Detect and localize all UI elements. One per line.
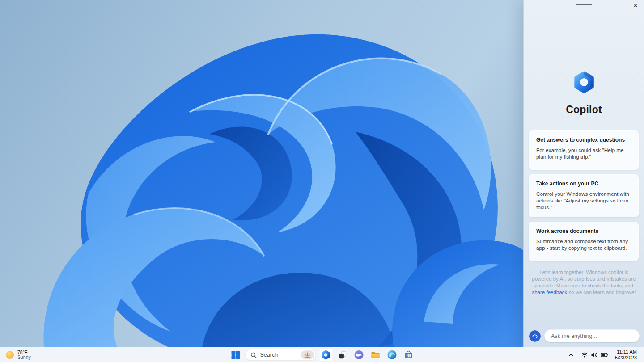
edge-browser-button[interactable]	[386, 348, 399, 362]
sun-icon	[5, 350, 14, 359]
panel-drag-handle[interactable]	[576, 4, 592, 5]
wifi-icon	[581, 352, 588, 358]
microsoft-store-button[interactable]	[402, 348, 415, 362]
card-title: Work across documents	[536, 228, 631, 234]
tray-overflow-button[interactable]	[566, 349, 576, 361]
volume-icon	[591, 352, 598, 358]
network-volume-battery-group[interactable]	[578, 349, 611, 361]
clock[interactable]: 11:11 AM 5/23/2023	[613, 349, 639, 361]
ask-input-row	[529, 329, 640, 342]
taskbar: 78°F Sunny Search	[0, 347, 644, 362]
clock-date: 5/23/2023	[615, 355, 637, 361]
search-box[interactable]: Search	[246, 349, 316, 361]
battery-icon	[601, 352, 609, 358]
weather-condition: Sunny	[17, 355, 31, 360]
card-body: Control your Windows environment with ac…	[536, 191, 631, 211]
copilot-avatar-icon[interactable]	[529, 330, 541, 342]
taskbar-copilot-button[interactable]	[319, 348, 333, 362]
windows-logo-icon	[231, 350, 240, 360]
start-button[interactable]	[229, 348, 242, 362]
task-view-button[interactable]	[336, 348, 349, 362]
widgets-weather-button[interactable]: 78°F Sunny	[0, 347, 37, 362]
system-tray: 11:11 AM 5/23/2023	[566, 347, 644, 362]
screen: ✕ Copilot Get answers to complex questio…	[0, 0, 644, 362]
search-label: Search	[260, 352, 301, 358]
ai-disclaimer: Let's learn together. Windows copilot is…	[532, 269, 636, 296]
card-title: Take actions on your PC	[536, 181, 631, 187]
task-view-icon	[338, 350, 347, 360]
copilot-logo-icon	[572, 71, 596, 94]
panel-title: Copilot	[524, 104, 644, 116]
card-work-documents[interactable]: Work across documents Summarize and comp…	[529, 222, 639, 261]
taskbar-center: Search	[229, 347, 415, 362]
ask-me-anything-input[interactable]	[544, 329, 640, 342]
lotus-icon	[304, 352, 312, 358]
microsoft-store-icon	[404, 350, 414, 360]
chevron-up-icon	[568, 352, 574, 358]
chat-button[interactable]	[352, 348, 366, 362]
search-icon	[250, 352, 257, 358]
disclaimer-text: so we can learn and improve!	[567, 290, 636, 295]
copilot-taskbar-icon	[321, 350, 331, 360]
suggestion-cards: Get answers to complex questions For exa…	[529, 130, 639, 261]
card-body: Summarize and compose text from any app …	[536, 238, 631, 252]
search-highlights-chip	[301, 350, 314, 359]
clock-time: 11:11 AM	[617, 349, 637, 355]
card-title: Get answers to complex questions	[536, 137, 631, 143]
share-feedback-link[interactable]: share feedback	[532, 290, 567, 295]
panel-hero: Copilot	[524, 71, 644, 116]
copilot-panel: ✕ Copilot Get answers to complex questio…	[523, 0, 644, 347]
card-pc-actions[interactable]: Take actions on your PC Control your Win…	[529, 174, 639, 217]
chat-icon	[354, 350, 364, 360]
close-button[interactable]: ✕	[631, 1, 640, 11]
file-explorer-button[interactable]	[369, 348, 382, 362]
disclaimer-text: Let's learn together. Windows copilot is…	[532, 269, 636, 288]
edge-icon	[387, 350, 397, 360]
file-explorer-icon	[371, 350, 381, 360]
card-body: For example, you could ask "Help me plan…	[536, 147, 631, 160]
card-complex-questions[interactable]: Get answers to complex questions For exa…	[529, 130, 639, 170]
